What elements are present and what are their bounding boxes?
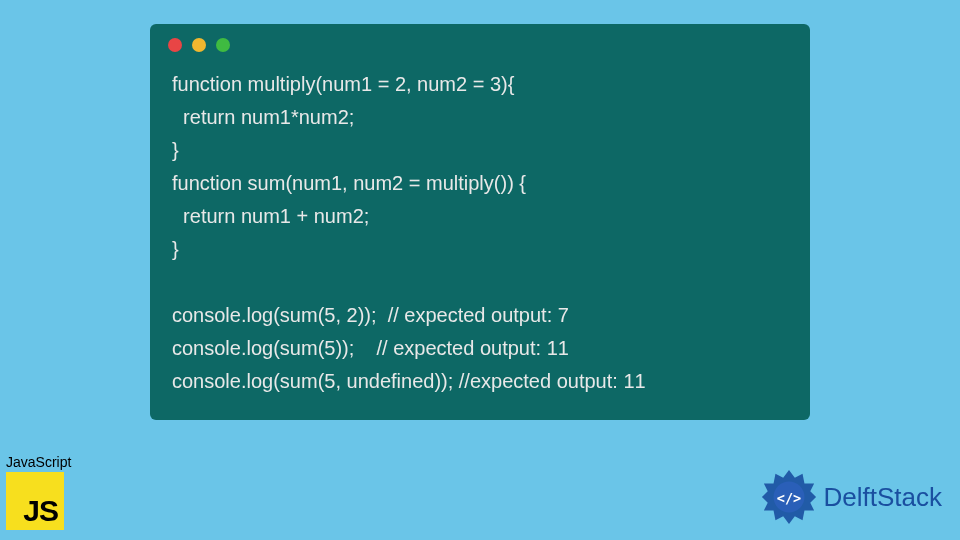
javascript-logo-text: JS <box>23 496 58 526</box>
javascript-logo-icon: JS <box>6 472 64 530</box>
delftstack-badge: </> DelftStack <box>760 468 943 526</box>
code-window: function multiply(num1 = 2, num2 = 3){ r… <box>150 24 810 420</box>
maximize-icon <box>216 38 230 52</box>
delftstack-text: DelftStack <box>824 482 943 513</box>
svg-text:</>: </> <box>776 490 800 506</box>
javascript-badge: JavaScript JS <box>6 454 86 530</box>
code-block: function multiply(num1 = 2, num2 = 3){ r… <box>150 62 810 402</box>
minimize-icon <box>192 38 206 52</box>
window-controls <box>150 24 810 62</box>
javascript-label: JavaScript <box>6 454 86 470</box>
delftstack-logo-icon: </> <box>760 468 818 526</box>
close-icon <box>168 38 182 52</box>
